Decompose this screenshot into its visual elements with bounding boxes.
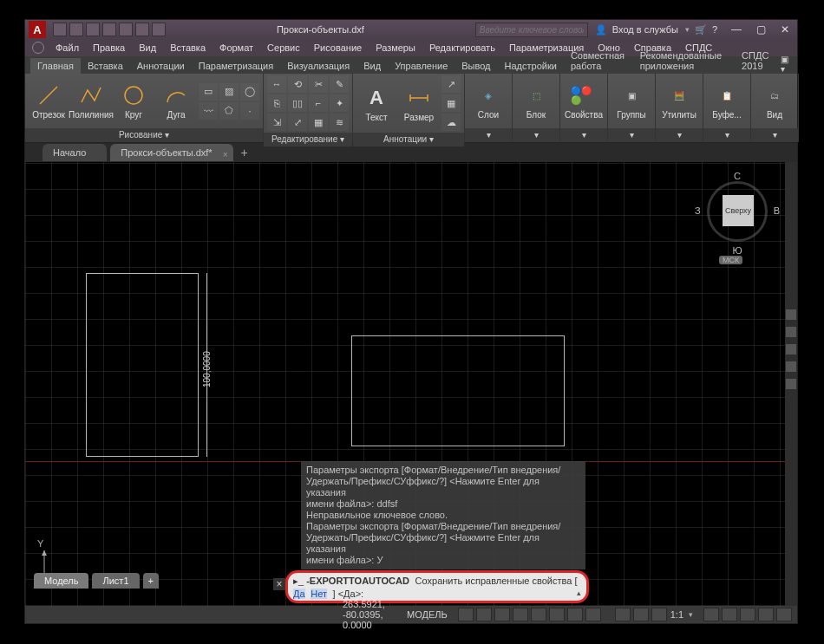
- qat-plot-icon[interactable]: [119, 23, 133, 36]
- drawn-rectangle-1[interactable]: [86, 273, 199, 457]
- scale-icon[interactable]: ⤢: [288, 114, 307, 131]
- ribbon-tab-parametric[interactable]: Параметризация: [192, 58, 280, 74]
- ribbon-tab-annotate[interactable]: Аннотации: [130, 58, 192, 74]
- help-icon[interactable]: ?: [712, 24, 717, 35]
- menu-view[interactable]: Вид: [133, 41, 162, 55]
- stretch-icon[interactable]: ⇲: [267, 114, 286, 131]
- help-search-input[interactable]: [475, 23, 588, 37]
- status-polar-icon[interactable]: [513, 608, 528, 621]
- layout-tab-model[interactable]: Модель: [34, 573, 88, 589]
- array-icon[interactable]: ▦: [309, 114, 328, 131]
- arc-button[interactable]: Дуга: [156, 81, 196, 121]
- menu-modify[interactable]: Редактировать: [423, 41, 501, 55]
- panel-groups-title[interactable]: ▾: [608, 128, 655, 142]
- panel-clipboard-title[interactable]: ▾: [703, 128, 750, 142]
- command-option-no[interactable]: Нет: [311, 589, 327, 599]
- polyline-button[interactable]: Полилиния: [71, 81, 111, 121]
- menu-dimension[interactable]: Размеры: [369, 41, 422, 55]
- viewcube-csys[interactable]: МСК: [719, 256, 742, 264]
- nav-wheel-icon[interactable]: [786, 309, 796, 320]
- qat-open-icon[interactable]: [69, 23, 83, 36]
- status-anno-icon[interactable]: [633, 608, 649, 621]
- ribbon-tab-view2[interactable]: Вид: [356, 58, 388, 74]
- menu-draw[interactable]: Рисование: [308, 41, 368, 55]
- qat-new-icon[interactable]: [53, 23, 67, 36]
- minimize-button[interactable]: —: [724, 21, 749, 38]
- layers-button[interactable]: ◈Слои: [468, 81, 508, 121]
- status-hw-icon[interactable]: [758, 608, 774, 621]
- status-gear-icon[interactable]: [703, 608, 719, 621]
- nav-pan-icon[interactable]: [786, 327, 796, 337]
- utilities-button[interactable]: 🧮Утилиты: [659, 81, 699, 121]
- file-tab-start[interactable]: Начало: [43, 144, 107, 161]
- status-dyn-icon[interactable]: [567, 608, 583, 621]
- status-lock-icon[interactable]: [651, 608, 667, 621]
- qat-redo-icon[interactable]: [152, 23, 166, 36]
- menu-format[interactable]: Формат: [213, 41, 259, 55]
- viewcube-north[interactable]: С: [698, 171, 776, 181]
- status-clean-icon[interactable]: [722, 608, 737, 621]
- status-otrack-icon[interactable]: [549, 608, 565, 621]
- polygon-icon[interactable]: ⬠: [219, 102, 239, 120]
- status-space[interactable]: МОДЕЛЬ: [407, 609, 448, 620]
- search-icon[interactable]: [32, 42, 44, 54]
- ribbon-tab-manage[interactable]: Управление: [388, 58, 455, 74]
- viewcube-east[interactable]: В: [774, 205, 780, 216]
- menu-insert[interactable]: Вставка: [164, 41, 212, 55]
- menu-edit[interactable]: Правка: [87, 41, 131, 55]
- close-tab-icon[interactable]: ×: [223, 146, 228, 164]
- trim-icon[interactable]: ✂: [309, 75, 328, 93]
- panel-annot-title[interactable]: Аннотации ▾: [353, 133, 464, 146]
- ribbon-tab-addins[interactable]: Надстройки: [498, 58, 564, 74]
- menu-tools[interactable]: Сервис: [261, 41, 306, 55]
- status-grid-icon[interactable]: [458, 608, 474, 621]
- nav-showmotion-icon[interactable]: [786, 379, 796, 389]
- move-icon[interactable]: ↔: [267, 75, 286, 93]
- hatch-icon[interactable]: ▨: [219, 83, 239, 101]
- panel-view-title[interactable]: ▾: [751, 128, 798, 142]
- viewcube-top-face[interactable]: Сверху: [723, 195, 754, 226]
- text-button[interactable]: A Текст: [356, 83, 396, 124]
- ellipse-icon[interactable]: ◯: [240, 83, 259, 101]
- clipboard-button[interactable]: 📋Буфе...: [707, 81, 747, 121]
- offset-icon[interactable]: ≋: [330, 114, 349, 131]
- panel-block-title[interactable]: ▾: [513, 128, 559, 142]
- new-tab-button[interactable]: +: [237, 146, 252, 159]
- circle-button[interactable]: Круг: [114, 81, 154, 121]
- viewcube-west[interactable]: З: [695, 205, 701, 216]
- table-icon[interactable]: ▦: [441, 94, 461, 112]
- line-button[interactable]: Отрезок: [29, 81, 69, 121]
- command-recent-icon[interactable]: ▴: [577, 587, 581, 599]
- ribbon-tab-collab[interactable]: Совместная работа: [564, 48, 633, 74]
- ribbon-tab-output[interactable]: Вывод: [455, 58, 497, 74]
- view-cube[interactable]: Сверху С Ю З В МСК: [698, 171, 776, 266]
- explode-icon[interactable]: ✦: [330, 94, 349, 112]
- rotate-icon[interactable]: ⟲: [288, 75, 307, 93]
- app-logo[interactable]: A: [29, 21, 46, 38]
- fillet-icon[interactable]: ⌐: [309, 94, 328, 112]
- drawn-rectangle-2[interactable]: [351, 335, 565, 446]
- status-lwt-icon[interactable]: [585, 608, 601, 621]
- ribbon-tab-view[interactable]: Визуализация: [280, 58, 356, 74]
- status-custom-icon[interactable]: [776, 608, 792, 621]
- exchange-icon[interactable]: 🛒: [695, 24, 707, 36]
- panel-utilities-title[interactable]: ▾: [656, 128, 703, 142]
- qat-save-icon[interactable]: [86, 23, 100, 36]
- status-ortho-icon[interactable]: [494, 608, 510, 621]
- block-button[interactable]: ⬚Блок: [516, 81, 556, 121]
- copy-icon[interactable]: ⎘: [267, 94, 286, 112]
- doc-close-icon[interactable]: [780, 42, 792, 54]
- nav-zoom-icon[interactable]: [786, 344, 796, 355]
- panel-modify-title[interactable]: Редактирование ▾: [264, 133, 352, 146]
- mirror-icon[interactable]: ▯▯: [288, 94, 307, 112]
- command-option-yes[interactable]: Да: [293, 589, 305, 599]
- user-menu[interactable]: 👤 Вход в службы ▾ 🛒 ?: [595, 24, 717, 36]
- cloud-icon[interactable]: ☁: [441, 114, 461, 131]
- status-isolate-icon[interactable]: [740, 608, 755, 621]
- viewcube-south[interactable]: Ю: [698, 245, 776, 256]
- command-close-icon[interactable]: ×: [273, 578, 285, 590]
- nav-orbit-icon[interactable]: [786, 361, 796, 372]
- ribbon-tab-featured[interactable]: Рекомендованные приложения: [633, 48, 735, 74]
- file-tab-current[interactable]: Прокси-объекты.dxf*×: [110, 144, 232, 161]
- close-button[interactable]: ✕: [773, 21, 797, 38]
